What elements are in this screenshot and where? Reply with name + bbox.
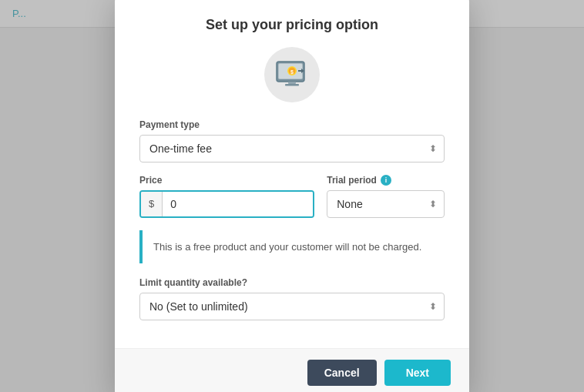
price-input-wrapper[interactable]: $ xyxy=(139,190,314,218)
trial-period-group: Trial period i None 7 days 14 days 30 da… xyxy=(327,175,445,218)
next-button[interactable]: Next xyxy=(384,360,451,386)
price-input[interactable] xyxy=(163,192,313,216)
limit-quantity-select[interactable]: No (Set to unlimited) Yes xyxy=(139,293,445,320)
trial-label-row: Trial period i xyxy=(327,175,445,186)
limit-quantity-select-wrapper[interactable]: No (Set to unlimited) Yes ⬍ xyxy=(139,293,445,320)
limit-quantity-label: Limit quantity available? xyxy=(139,277,445,288)
modal-title: Set up your pricing option xyxy=(139,17,445,33)
svg-rect-8 xyxy=(288,82,296,84)
limit-quantity-group: Limit quantity available? No (Set to unl… xyxy=(139,277,445,320)
info-box: This is a free product and your customer… xyxy=(139,230,445,264)
cancel-button[interactable]: Cancel xyxy=(307,360,377,386)
icon-container: $ xyxy=(139,47,445,102)
price-group: Price $ xyxy=(139,175,314,218)
payment-type-group: Payment type One-time fee Subscription P… xyxy=(139,119,445,162)
price-trial-row: Price $ Trial period i None xyxy=(139,175,445,218)
pricing-icon-circle: $ xyxy=(264,47,320,102)
svg-text:$: $ xyxy=(290,69,294,75)
payment-type-select[interactable]: One-time fee Subscription Payment plan xyxy=(139,135,445,162)
modal-backdrop: Set up your pricing option $ xyxy=(0,0,584,392)
trial-period-select-wrapper[interactable]: None 7 days 14 days 30 days ⬍ xyxy=(327,190,445,218)
modal-body: Set up your pricing option $ xyxy=(115,0,469,348)
modal-footer: Cancel Next xyxy=(115,348,469,392)
svg-rect-9 xyxy=(285,84,299,86)
pricing-icon: $ xyxy=(275,60,309,89)
payment-type-label: Payment type xyxy=(139,119,445,130)
modal-dialog: Set up your pricing option $ xyxy=(115,0,469,392)
payment-type-select-wrapper[interactable]: One-time fee Subscription Payment plan ⬍ xyxy=(139,135,445,162)
trial-period-info-icon[interactable]: i xyxy=(381,175,391,186)
price-label: Price xyxy=(139,175,314,186)
trial-period-label: Trial period xyxy=(327,175,377,186)
price-prefix: $ xyxy=(141,192,163,216)
trial-period-select[interactable]: None 7 days 14 days 30 days xyxy=(327,190,445,218)
